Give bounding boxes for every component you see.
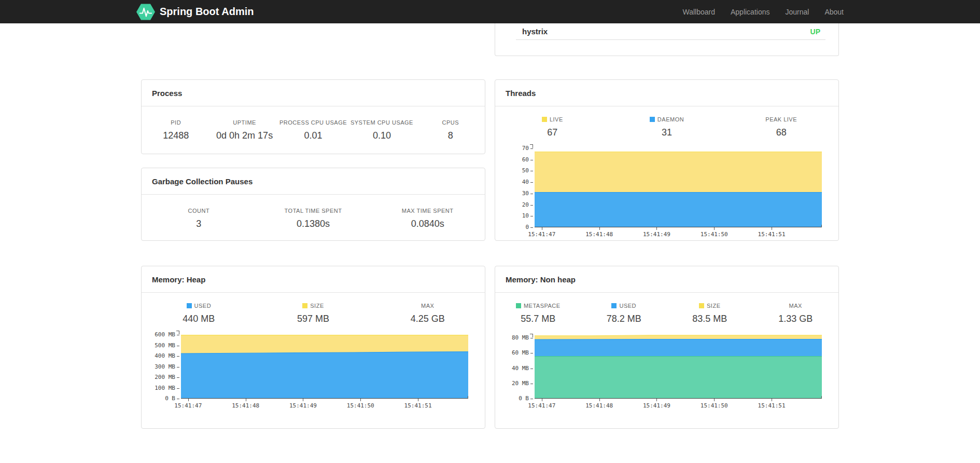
memory-nonheap-chart: 0 B20 MB40 MB60 MB80 MB15:41:4715:41:481… bbox=[535, 338, 822, 399]
y-axis-label: 100 MB bbox=[155, 385, 175, 391]
stat-total-time-spent: TOTAL TIME SPENT0.1380s bbox=[256, 207, 371, 229]
stat-pid: PID12488 bbox=[142, 119, 210, 141]
status-badge: UP bbox=[810, 28, 820, 36]
nav-link-wallboard[interactable]: Wallboard bbox=[675, 8, 723, 16]
y-axis-tick bbox=[530, 182, 533, 183]
memory-heap-panel: Memory: Heap USED440 MBSIZE597 MBMAX4.25… bbox=[141, 266, 485, 429]
y-axis-label: 0 B bbox=[519, 396, 529, 402]
stat-label: MAX bbox=[370, 302, 485, 309]
x-axis-tick bbox=[714, 227, 715, 230]
y-axis-label: 80 MB bbox=[512, 335, 529, 341]
top-navbar: Spring Boot Admin WallboardApplicationsJ… bbox=[0, 0, 980, 23]
x-axis-label: 15:41:50 bbox=[347, 402, 374, 409]
y-axis-tick bbox=[530, 160, 533, 160]
legend-swatch bbox=[650, 117, 655, 122]
stat-label: USED bbox=[142, 302, 256, 309]
stat-used: USED440 MB bbox=[142, 302, 256, 324]
x-axis-label: 15:41:47 bbox=[174, 402, 202, 409]
stat-size: SIZE597 MB bbox=[256, 302, 371, 324]
memory-nonheap-panel: Memory: Non heap METASPACE55.7 MBUSED78.… bbox=[495, 266, 839, 429]
stat-live: LIVE67 bbox=[495, 116, 610, 138]
gc-panel-title: Garbage Collection Pauses bbox=[142, 168, 485, 195]
stat-value: 8 bbox=[416, 130, 485, 141]
y-axis-label: 400 MB bbox=[155, 353, 175, 359]
stat-label: DAEMON bbox=[610, 116, 724, 122]
y-axis-tick bbox=[530, 338, 533, 338]
x-axis-end-cap bbox=[821, 396, 822, 399]
x-axis-tick bbox=[418, 399, 418, 401]
y-axis-label: 200 MB bbox=[155, 374, 175, 380]
nav-links: WallboardApplicationsJournalAbout bbox=[675, 8, 844, 16]
stat-label: MAX TIME SPENT bbox=[370, 207, 485, 214]
stat-label: USED bbox=[581, 302, 667, 309]
application-name-link[interactable]: hystrix bbox=[522, 27, 548, 36]
process-stats: PID12488UPTIME0d 0h 2m 17sPROCESS CPU US… bbox=[142, 106, 485, 154]
stat-label: SYSTEM CPU USAGE bbox=[347, 119, 416, 126]
stat-cpus: CPUS8 bbox=[416, 119, 485, 141]
x-axis-label: 15:41:48 bbox=[585, 402, 613, 409]
y-axis-label: 20 bbox=[522, 202, 529, 208]
y-axis-label: 0 B bbox=[165, 396, 175, 402]
y-axis-tick bbox=[177, 335, 179, 335]
y-axis-tick bbox=[530, 205, 533, 206]
stat-label: METASPACE bbox=[495, 302, 581, 309]
stat-value: 12488 bbox=[142, 130, 210, 141]
threads-chart: 01020304050607015:41:4715:41:4815:41:491… bbox=[535, 148, 822, 227]
y-axis-label: 20 MB bbox=[512, 380, 529, 387]
y-axis-tick bbox=[530, 216, 533, 216]
y-axis-tick bbox=[530, 227, 533, 228]
nav-link-about[interactable]: About bbox=[817, 8, 844, 16]
x-axis-line bbox=[535, 398, 822, 399]
y-axis-tick bbox=[177, 399, 179, 399]
stat-process-cpu-usage: PROCESS CPU USAGE0.01 bbox=[279, 119, 347, 141]
x-axis-tick bbox=[303, 399, 303, 401]
y-axis-label: 70 bbox=[522, 145, 529, 152]
stat-value: 0.01 bbox=[279, 130, 347, 141]
y-axis-tick bbox=[530, 148, 533, 149]
stat-value: 83.5 MB bbox=[667, 313, 753, 324]
nonheap-plot-area: 0 B20 MB40 MB60 MB80 MB15:41:4715:41:481… bbox=[535, 338, 822, 399]
stat-value: 0.0840s bbox=[370, 218, 485, 229]
x-axis-label: 15:41:49 bbox=[643, 402, 670, 409]
y-axis-label: 600 MB bbox=[155, 332, 175, 338]
x-axis-line bbox=[181, 398, 468, 399]
threads-plot-area: 01020304050607015:41:4715:41:4815:41:491… bbox=[535, 148, 822, 227]
x-axis-tick bbox=[656, 399, 657, 401]
spring-boot-admin-logo-icon bbox=[136, 3, 155, 21]
memory-heap-chart: 0 B100 MB200 MB300 MB400 MB500 MB600 MB1… bbox=[181, 335, 468, 399]
x-axis-label: 15:41:47 bbox=[528, 231, 555, 238]
legend-swatch bbox=[542, 117, 547, 122]
y-axis-label: 40 MB bbox=[512, 365, 529, 372]
brand[interactable]: Spring Boot Admin bbox=[136, 3, 254, 21]
stat-value: 55.7 MB bbox=[495, 313, 581, 324]
nav-link-applications[interactable]: Applications bbox=[723, 8, 778, 16]
x-axis-label: 15:41:50 bbox=[701, 402, 728, 409]
threads-panel: Threads LIVE67DAEMON31PEAK LIVE68 010203… bbox=[495, 79, 839, 241]
y-axis-label: 500 MB bbox=[155, 343, 175, 349]
left-column-spacer bbox=[141, 23, 485, 79]
nav-link-journal[interactable]: Journal bbox=[777, 8, 817, 16]
legend-swatch bbox=[187, 303, 192, 308]
stat-label: SIZE bbox=[256, 302, 371, 309]
stat-label: MAX bbox=[753, 302, 839, 309]
x-axis-tick bbox=[772, 399, 772, 401]
legend-swatch bbox=[516, 303, 521, 308]
x-axis-label: 15:41:49 bbox=[289, 402, 317, 409]
gc-stats: COUNT3TOTAL TIME SPENT0.1380sMAX TIME SP… bbox=[142, 195, 485, 241]
stat-label: CPUS bbox=[416, 119, 485, 126]
stat-count: COUNT3 bbox=[142, 207, 256, 229]
heap-area-series bbox=[181, 322, 468, 399]
stat-value: 3 bbox=[142, 218, 256, 229]
stat-value: 1.33 GB bbox=[753, 313, 839, 324]
x-axis-tick bbox=[542, 399, 542, 401]
right-column: hystrix UP Threads LIVE67DAEMON31PEAK LI… bbox=[495, 23, 839, 429]
stat-label: PROCESS CPU USAGE bbox=[279, 119, 347, 126]
legend-swatch bbox=[611, 303, 617, 308]
y-axis-tick bbox=[177, 388, 179, 389]
stat-label: COUNT bbox=[142, 207, 256, 214]
application-status-panel: hystrix UP bbox=[495, 23, 839, 56]
x-axis-label: 15:41:49 bbox=[643, 231, 670, 238]
y-axis-end-cap bbox=[176, 331, 179, 334]
threads-area-series bbox=[535, 136, 822, 227]
y-axis-end-cap bbox=[530, 334, 533, 337]
